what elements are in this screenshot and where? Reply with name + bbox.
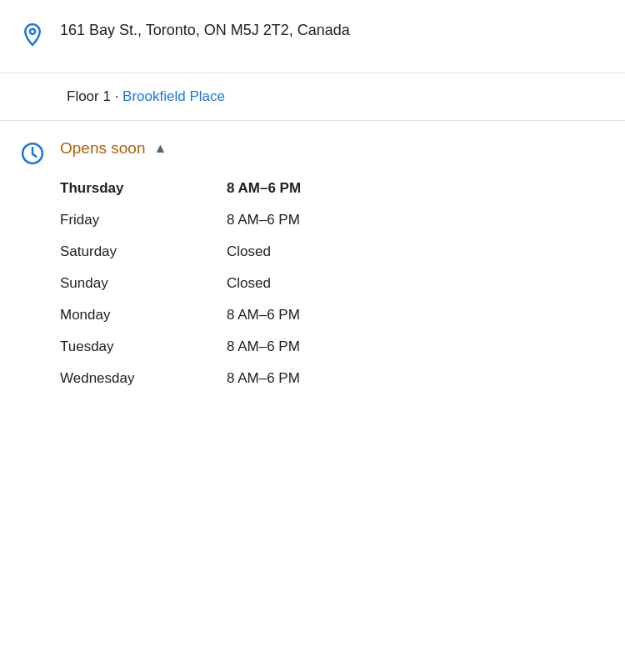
address-section: 161 Bay St., Toronto, ON M5J 2T2, Canada — [0, 0, 625, 73]
table-row: Monday8 AM–6 PM — [60, 299, 605, 331]
day-label: Friday — [60, 204, 227, 236]
address-text: 161 Bay St., Toronto, ON M5J 2T2, Canada — [60, 20, 350, 41]
day-label: Thursday — [60, 173, 227, 204]
hours-value: Closed — [227, 268, 605, 299]
hours-value: Closed — [227, 236, 605, 268]
hours-table: Thursday8 AM–6 PMFriday8 AM–6 PMSaturday… — [60, 173, 605, 394]
hours-value: 8 AM–6 PM — [227, 363, 605, 394]
hours-value: 8 AM–6 PM — [227, 173, 605, 204]
opens-soon-text: Opens soon — [60, 139, 145, 158]
day-label: Tuesday — [60, 331, 227, 363]
table-row: SundayClosed — [60, 268, 605, 299]
day-label: Saturday — [60, 236, 227, 268]
hours-content: Opens soon ▲ Thursday8 AM–6 PMFriday8 AM… — [60, 139, 605, 394]
hours-value: 8 AM–6 PM — [227, 299, 605, 331]
floor-label: Floor 1 — [67, 88, 111, 104]
clock-icon — [20, 141, 45, 170]
floor-separator: · — [111, 88, 122, 104]
opens-soon-row[interactable]: Opens soon ▲ — [60, 139, 605, 158]
hours-value: 8 AM–6 PM — [227, 204, 605, 236]
chevron-up-icon: ▲ — [153, 141, 167, 156]
floor-section: Floor 1 · Brookfield Place — [0, 73, 625, 120]
table-row: Thursday8 AM–6 PM — [60, 173, 605, 204]
day-label: Monday — [60, 299, 227, 331]
brookfield-place-link[interactable]: Brookfield Place — [122, 88, 225, 104]
hours-value: 8 AM–6 PM — [227, 331, 605, 363]
location-pin-icon — [20, 22, 45, 56]
hours-section: Opens soon ▲ Thursday8 AM–6 PMFriday8 AM… — [0, 121, 625, 403]
table-row: Friday8 AM–6 PM — [60, 204, 605, 236]
day-label: Wednesday — [60, 363, 227, 394]
day-label: Sunday — [60, 268, 227, 299]
svg-point-0 — [30, 29, 35, 34]
table-row: Wednesday8 AM–6 PM — [60, 363, 605, 394]
table-row: SaturdayClosed — [60, 236, 605, 268]
table-row: Tuesday8 AM–6 PM — [60, 331, 605, 363]
